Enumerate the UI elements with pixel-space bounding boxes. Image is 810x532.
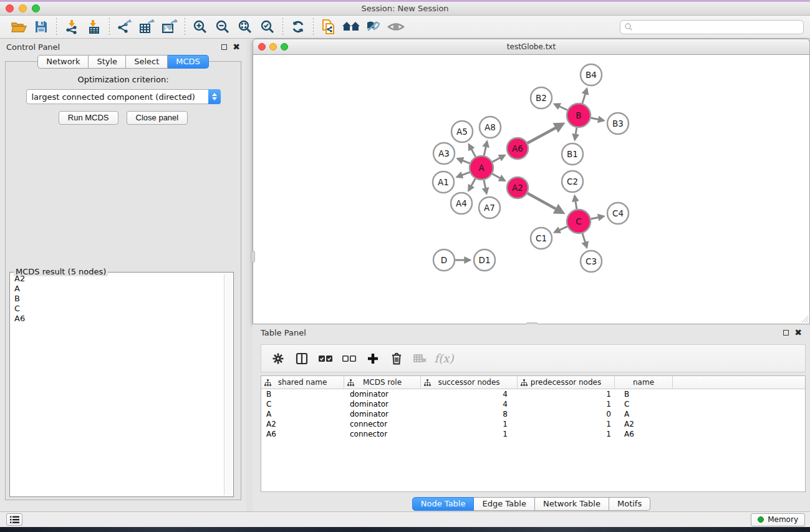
task-history-button[interactable] bbox=[6, 513, 22, 526]
graph-node-A1[interactable]: A1 bbox=[433, 172, 454, 193]
tab-network-table[interactable]: Network Table bbox=[535, 497, 609, 511]
table-row[interactable]: A6connector11A6 bbox=[261, 429, 805, 439]
graph-edge-A-A2[interactable] bbox=[493, 174, 505, 181]
export-table-button[interactable] bbox=[136, 17, 158, 36]
close-panel-icon[interactable]: ✖ bbox=[233, 44, 240, 50]
mcds-result-list[interactable]: A2ABCA6 bbox=[11, 274, 224, 495]
tab-node-table[interactable]: Node Table bbox=[412, 497, 475, 511]
graph-edge-A-A1[interactable] bbox=[457, 172, 470, 177]
clone-network-button[interactable] bbox=[317, 17, 340, 36]
graph-node-A3[interactable]: A3 bbox=[433, 143, 455, 164]
column-header-MCDS-role[interactable]: MCDS role bbox=[344, 376, 421, 389]
save-session-button[interactable] bbox=[30, 17, 52, 36]
graph-node-B1[interactable]: B1 bbox=[562, 143, 583, 165]
column-header-shared-name[interactable]: shared name bbox=[261, 376, 344, 389]
apply-layout-button[interactable] bbox=[287, 17, 309, 36]
zoom-out-button[interactable] bbox=[211, 17, 234, 36]
table-row[interactable]: A2connector11A2 bbox=[261, 419, 805, 429]
graph-node-A4[interactable]: A4 bbox=[451, 193, 472, 214]
graph-node-A7[interactable]: A7 bbox=[479, 197, 500, 218]
function-builder-button[interactable]: f(x) bbox=[433, 348, 455, 369]
show-graphics-details-button[interactable] bbox=[362, 17, 385, 36]
result-list-item[interactable]: A bbox=[11, 284, 224, 294]
float-panel-icon[interactable] bbox=[221, 44, 227, 50]
select-all-rows-button[interactable] bbox=[315, 348, 336, 369]
graph-node-C3[interactable]: C3 bbox=[581, 251, 602, 272]
add-column-button[interactable] bbox=[362, 348, 383, 369]
tab-style[interactable]: Style bbox=[89, 55, 126, 69]
result-list-item[interactable]: B bbox=[11, 294, 224, 304]
graph-edge-B-B1[interactable] bbox=[575, 128, 577, 140]
zoom-selected-button[interactable] bbox=[256, 17, 279, 36]
graph-edge-A-A4[interactable] bbox=[469, 178, 476, 190]
graph-edge-C-C2[interactable] bbox=[575, 196, 577, 209]
graph-edge-C-C3[interactable] bbox=[582, 233, 587, 247]
search-field[interactable] bbox=[620, 20, 804, 34]
graph-node-B4[interactable]: B4 bbox=[581, 64, 602, 85]
column-header-successor-nodes[interactable]: successor nodes bbox=[421, 376, 518, 389]
zoom-in-button[interactable] bbox=[189, 17, 211, 36]
network-graph[interactable]: AA1A3A4A5A7A8A6A2BB1B2B3B4CC1C2C3C4DD1 bbox=[253, 55, 809, 324]
graph-node-C4[interactable]: C4 bbox=[607, 203, 629, 224]
graph-node-B3[interactable]: B3 bbox=[607, 113, 629, 134]
resize-grip-icon[interactable] bbox=[801, 315, 809, 323]
graph-node-C[interactable]: C bbox=[567, 210, 591, 233]
tab-motifs[interactable]: Motifs bbox=[609, 497, 650, 511]
graph-edge-A-A5[interactable] bbox=[469, 145, 476, 157]
memory-button[interactable]: Memory bbox=[751, 513, 805, 526]
result-list-item[interactable]: A6 bbox=[11, 314, 224, 324]
result-list-item[interactable]: C bbox=[11, 304, 224, 314]
splitpane-vertical-grip[interactable] bbox=[251, 251, 255, 263]
zoom-fit-button[interactable] bbox=[234, 17, 256, 36]
show-columns-button[interactable] bbox=[291, 348, 312, 369]
close-panel-button[interactable]: Close panel bbox=[127, 111, 188, 125]
graph-edge-C-C1[interactable] bbox=[555, 226, 567, 232]
delete-column-button[interactable] bbox=[386, 348, 407, 369]
tab-network[interactable]: Network bbox=[37, 55, 89, 69]
graph-edge-A-A8[interactable] bbox=[484, 142, 487, 155]
graph-node-A8[interactable]: A8 bbox=[480, 117, 501, 138]
graph-node-B[interactable]: B bbox=[567, 104, 591, 127]
graph-node-A5[interactable]: A5 bbox=[451, 121, 473, 142]
import-network-button[interactable] bbox=[60, 17, 83, 36]
close-table-panel-icon[interactable]: ✖ bbox=[794, 330, 802, 336]
graph-node-B2[interactable]: B2 bbox=[531, 87, 552, 109]
graph-edge-C-C4[interactable] bbox=[591, 216, 604, 219]
tab-select[interactable]: Select bbox=[126, 55, 168, 69]
search-input[interactable] bbox=[633, 21, 803, 34]
column-header-name[interactable]: name bbox=[615, 376, 673, 389]
graph-edge-B-B3[interactable] bbox=[591, 118, 604, 120]
import-table-button[interactable] bbox=[83, 17, 105, 36]
graph-node-C2[interactable]: C2 bbox=[562, 171, 583, 192]
table-settings-button[interactable] bbox=[268, 348, 289, 369]
export-network-button[interactable] bbox=[113, 17, 136, 36]
table-row[interactable]: Adominator80A bbox=[261, 409, 805, 419]
graph-edge-A-A3[interactable] bbox=[458, 158, 470, 163]
criterion-dropdown[interactable]: largest connected component (directed) bbox=[26, 89, 221, 104]
graph-edge-A6-B[interactable] bbox=[528, 124, 563, 143]
graph-node-A6[interactable]: A6 bbox=[507, 138, 528, 159]
float-table-panel-icon[interactable] bbox=[783, 330, 789, 336]
hide-graphics-details-button[interactable] bbox=[385, 17, 407, 36]
tab-mcds[interactable]: MCDS bbox=[168, 55, 209, 69]
open-session-button[interactable] bbox=[7, 17, 30, 36]
graph-node-D[interactable]: D bbox=[433, 249, 455, 271]
export-image-button[interactable] bbox=[158, 17, 181, 36]
graph-node-C1[interactable]: C1 bbox=[531, 228, 552, 249]
first-neighbors-button[interactable] bbox=[340, 17, 362, 36]
graph-edge-A-A6[interactable] bbox=[493, 155, 505, 162]
result-scrollbar[interactable] bbox=[224, 274, 232, 495]
table-row[interactable]: Cdominator41C bbox=[261, 399, 805, 409]
run-mcds-button[interactable]: Run MCDS bbox=[59, 111, 118, 125]
table-row[interactable]: Bdominator41B bbox=[261, 389, 805, 399]
graph-edge-A-A7[interactable] bbox=[484, 180, 486, 193]
graph-node-A[interactable]: A bbox=[470, 156, 493, 180]
column-header-predecessor-nodes[interactable]: predecessor nodes bbox=[518, 376, 615, 389]
graph-node-D1[interactable]: D1 bbox=[474, 249, 495, 271]
graph-edge-A2-C[interactable] bbox=[528, 193, 563, 213]
graph-edge-B-B4[interactable] bbox=[582, 89, 587, 104]
tab-edge-table[interactable]: Edge Table bbox=[474, 497, 534, 511]
graph-node-A2[interactable]: A2 bbox=[507, 177, 528, 198]
deselect-all-rows-button[interactable] bbox=[339, 348, 360, 369]
result-list-item[interactable]: A2 bbox=[11, 274, 224, 284]
